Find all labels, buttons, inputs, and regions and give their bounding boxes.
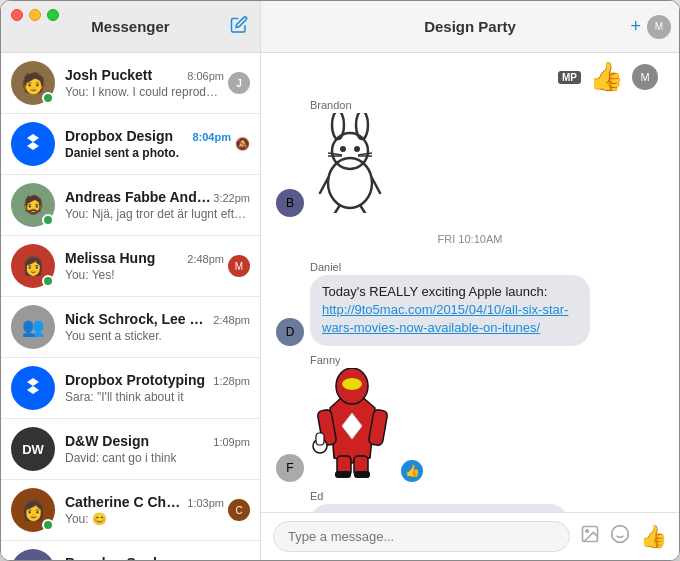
- msg-bubble: they screwed up the intro orchestral tho…: [310, 504, 568, 512]
- like-button[interactable]: 👍: [640, 524, 667, 550]
- avatar-wrap: 👩: [11, 244, 55, 288]
- conversation-item[interactable]: Dropbox Prototyping 1:28pm Sara: "I'll t…: [1, 358, 260, 419]
- avatar: [11, 122, 55, 166]
- svg-rect-28: [354, 471, 370, 478]
- svg-point-20: [342, 378, 362, 390]
- svg-line-16: [360, 205, 365, 213]
- svg-line-14: [372, 178, 380, 193]
- conv-time: 8:06pm: [187, 70, 224, 82]
- avatar: [11, 366, 55, 410]
- conv-content: D&W Design 1:09pm David: cant go i think: [65, 433, 250, 465]
- conv-name: D&W Design: [65, 433, 149, 449]
- maximize-button[interactable]: [47, 9, 59, 21]
- avatar-wrap: [11, 366, 55, 410]
- online-indicator: [42, 275, 54, 287]
- msg-avatar: D: [276, 318, 304, 346]
- window-controls: [1, 1, 69, 29]
- conversation-item[interactable]: 🧑 Josh Puckett 8:06pm You: I know. I cou…: [1, 53, 260, 114]
- conv-content: Dropbox Prototyping 1:28pm Sara: "I'll t…: [65, 372, 250, 404]
- timestamp-divider: FRI 10:10AM: [276, 233, 664, 245]
- reaction-thumb: 👍: [401, 460, 423, 482]
- conv-name: Nick Schrock, Lee Byron, ...: [65, 311, 213, 327]
- chat-panel: Design Party + M MP 👍: [261, 1, 679, 560]
- sticker-bubble: [310, 113, 390, 217]
- conv-name: Catherine C Chang: [65, 494, 187, 510]
- conv-time: 1:09pm: [213, 436, 250, 448]
- conversation-item[interactable]: Dropbox Design 8:04pm Daniel sent a phot…: [1, 114, 260, 175]
- avatar-wrap: 🧔: [11, 183, 55, 227]
- conversation-item[interactable]: 👥 Nick Schrock, Lee Byron, ... 2:48pm Yo…: [1, 297, 260, 358]
- conv-name: Melissa Hung: [65, 250, 155, 266]
- compose-button[interactable]: [230, 15, 248, 38]
- conv-top: Catherine C Chang 1:03pm: [65, 494, 224, 510]
- conversation-item[interactable]: 👩 Catherine C Chang 1:03pm You: 😊 C: [1, 480, 260, 541]
- msg-link[interactable]: http://9to5mac.com/2015/04/10/all-six-st…: [322, 302, 568, 335]
- minimize-button[interactable]: [29, 9, 41, 21]
- svg-point-7: [340, 146, 346, 152]
- conv-preview: David: cant go i think: [65, 451, 250, 465]
- conv-time: 1:28pm: [213, 375, 250, 387]
- conv-time: 1:03pm: [187, 497, 224, 509]
- conv-time: 2:48pm: [213, 314, 250, 326]
- emoji-icon[interactable]: [610, 524, 630, 549]
- conversation-item[interactable]: DW D&W Design 1:09pm David: cant go i th…: [1, 419, 260, 480]
- conv-content: Dropbox Design 8:04pm Daniel sent a phot…: [65, 128, 231, 160]
- conv-preview: Daniel sent a photo.: [65, 146, 231, 160]
- conv-right-avatar: M: [228, 255, 250, 277]
- add-people-button[interactable]: +: [630, 16, 641, 37]
- chat-title: Design Party: [424, 18, 516, 35]
- top-reaction-row: MP 👍 M: [276, 63, 664, 91]
- conv-preview: Sara: "I'll think about it: [65, 390, 250, 404]
- conv-right: M: [228, 255, 250, 277]
- conv-top: Andreas Fabbe Andersson 3:22pm: [65, 189, 250, 205]
- avatar-wrap: 👥: [11, 305, 55, 349]
- conv-preview: You sent a sticker.: [65, 329, 250, 343]
- avatar: 🧑: [11, 549, 55, 560]
- avatar: DW: [11, 427, 55, 471]
- chat-input-bar: 👍: [261, 512, 679, 560]
- image-icon[interactable]: [580, 524, 600, 549]
- conv-name: Brandon Souba: [65, 555, 169, 560]
- svg-rect-23: [316, 433, 324, 445]
- mp-avatar-right: M: [632, 64, 658, 90]
- msg-group: Fanny F: [276, 354, 664, 482]
- svg-point-8: [354, 146, 360, 152]
- conv-top: Josh Puckett 8:06pm: [65, 67, 224, 83]
- thumbs-up-reaction: 👍: [589, 63, 624, 91]
- avatar: 👥: [11, 305, 55, 349]
- conversation-item[interactable]: 🧔 Andreas Fabbe Andersson 3:22pm You: Nj…: [1, 175, 260, 236]
- svg-line-9: [328, 153, 342, 155]
- conv-time: 3:22pm: [213, 192, 250, 204]
- msg-bubble: Today's REALLY exciting Apple launch: ht…: [310, 275, 590, 346]
- message-input[interactable]: [273, 521, 570, 552]
- conv-content: Melissa Hung 2:48pm You: Yes!: [65, 250, 224, 282]
- conv-preview: You: I know. I could reproduce. I h...: [65, 85, 224, 99]
- conv-preview: You: Yes!: [65, 268, 224, 282]
- msg-row: B: [276, 113, 664, 217]
- conv-top: Brandon Souba 11:07am: [65, 555, 250, 560]
- conv-content: Brandon Souba 11:07am sounds good: [65, 555, 250, 560]
- conversation-item[interactable]: 🧑 Brandon Souba 11:07am sounds good: [1, 541, 260, 560]
- svg-line-11: [358, 153, 372, 155]
- conv-preview: You: Njä, jag tror det är lugnt efter...: [65, 207, 250, 221]
- conversation-item[interactable]: 👩 Melissa Hung 2:48pm You: Yes! M: [1, 236, 260, 297]
- conv-name: Andreas Fabbe Andersson: [65, 189, 213, 205]
- power-ranger-sticker: [310, 368, 395, 478]
- conv-time: 2:48pm: [187, 253, 224, 265]
- msg-group: Brandon B: [276, 99, 664, 217]
- sidebar: Messenger 🧑 Josh Puckett 8:06pm: [1, 1, 261, 560]
- msg-sender: Fanny: [310, 354, 664, 366]
- avatar-wrap: 🧑: [11, 549, 55, 560]
- msg-avatar: B: [276, 189, 304, 217]
- conv-name: Dropbox Prototyping: [65, 372, 205, 388]
- conv-top: Dropbox Prototyping 1:28pm: [65, 372, 250, 388]
- conv-preview: You: 😊: [65, 512, 224, 526]
- conv-right: 🔕: [235, 137, 250, 151]
- sticker-bubble: [310, 368, 395, 482]
- avatar-wrap: [11, 122, 55, 166]
- svg-point-34: [612, 526, 629, 543]
- svg-point-33: [586, 530, 589, 533]
- online-indicator: [42, 214, 54, 226]
- conv-content: Josh Puckett 8:06pm You: I know. I could…: [65, 67, 224, 99]
- close-button[interactable]: [11, 9, 23, 21]
